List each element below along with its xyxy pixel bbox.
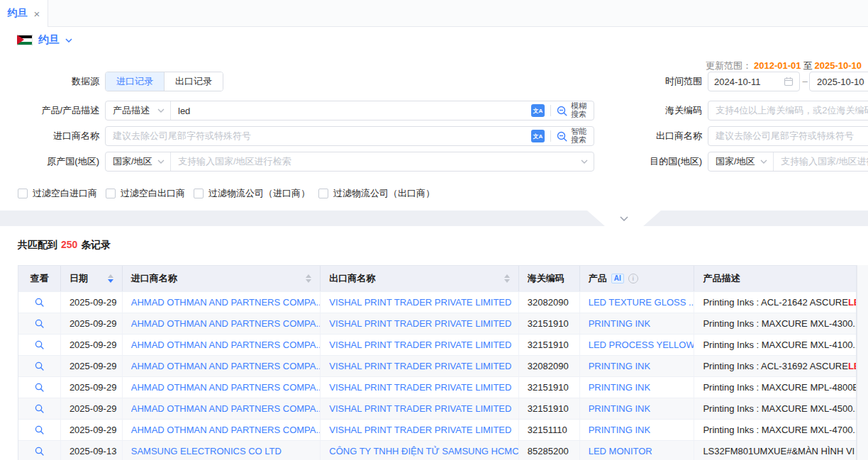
product-link[interactable]: LED PROCESS YELLOW...	[589, 340, 694, 350]
product-search-box: 产品描述 led 模糊搜索	[105, 101, 594, 120]
product-link[interactable]: PRINTING INK	[589, 425, 650, 435]
column-header-product: 产品 AI	[580, 266, 695, 291]
exporter-input[interactable]: 建议去除公司尾部字符或特殊符号	[708, 126, 868, 146]
hs-code-cell: 85285200	[519, 441, 580, 460]
product-link[interactable]: LED TEXTURE GLOSS ...	[589, 297, 694, 308]
date-cell: 2025-09-13	[61, 441, 123, 460]
column-header-date[interactable]: 日期	[61, 266, 123, 291]
exporter-link[interactable]: VISHAL PRINT TRADER PRIVATE LIMITED	[329, 361, 511, 371]
tab-title: 约旦	[8, 7, 28, 20]
sort-control[interactable]	[306, 274, 311, 283]
date-cell: 2025-09-29	[61, 398, 123, 419]
importer-cell: AHMAD OTHMAN AND PARTNERS COMPA...	[123, 292, 321, 313]
view-button[interactable]	[18, 313, 61, 334]
country-selector[interactable]: 约旦	[17, 33, 72, 47]
exporter-link[interactable]: VISHAL PRINT TRADER PRIVATE LIMITED	[329, 425, 511, 435]
product-link[interactable]: PRINTING INK	[589, 361, 650, 371]
date-cell: 2025-09-29	[61, 420, 123, 440]
table-row: 2025-09-29AHMAD OTHMAN AND PARTNERS COMP…	[18, 398, 856, 419]
column-header-exporter[interactable]: 出口商名称	[321, 266, 519, 291]
view-button[interactable]	[18, 335, 61, 355]
table-row: 2025-09-29AHMAD OTHMAN AND PARTNERS COMP…	[18, 291, 856, 313]
importer-cell: AHMAD OTHMAN AND PARTNERS COMPA...	[123, 398, 321, 419]
tab-import-records[interactable]: 进口记录	[106, 72, 164, 91]
dest-country-select[interactable]: 国家/地区	[708, 152, 774, 171]
origin-country-select[interactable]: 国家/地区	[106, 152, 171, 171]
exporter-cell: VISHAL PRINT TRADER PRIVATE LIMITED	[321, 398, 519, 419]
importer-link[interactable]: AHMAD OTHMAN AND PARTNERS COMPA...	[131, 382, 321, 393]
end-date-input[interactable]: 2025-10-10	[809, 72, 868, 91]
translate-icon[interactable]	[531, 130, 545, 142]
tab-jordan[interactable]: 约旦 ×	[0, 0, 48, 27]
table-row: 2025-09-29AHMAD OTHMAN AND PARTNERS COMP…	[18, 334, 856, 355]
checkbox-icon[interactable]	[106, 189, 116, 198]
vertical-scrollbar[interactable]	[857, 265, 868, 460]
magnifier-icon[interactable]	[34, 382, 45, 393]
view-button[interactable]	[18, 398, 61, 419]
start-date-input[interactable]: 2024-10-11	[708, 72, 800, 91]
checkbox-filter-blank-exporter[interactable]: 过滤空白出口商	[106, 187, 185, 200]
sort-control[interactable]	[108, 274, 113, 283]
importer-link[interactable]: AHMAD OTHMAN AND PARTNERS COMPA...	[131, 297, 321, 308]
exporter-link[interactable]: VISHAL PRINT TRADER PRIVATE LIMITED	[329, 403, 511, 414]
product-link[interactable]: LED MONITOR	[589, 446, 652, 456]
importer-input[interactable]: 建议去除公司尾部字符或特殊符号	[106, 130, 531, 142]
chevron-down-icon	[620, 216, 628, 221]
importer-link[interactable]: AHMAD OTHMAN AND PARTNERS COMPA...	[131, 361, 321, 371]
magnifier-icon[interactable]	[34, 425, 45, 435]
date-cell: 2025-09-29	[61, 335, 123, 355]
view-button[interactable]	[18, 441, 61, 460]
magnifier-icon[interactable]	[34, 297, 45, 308]
checkbox-icon[interactable]	[194, 189, 204, 198]
importer-link[interactable]: AHMAD OTHMAN AND PARTNERS COMPA...	[131, 318, 321, 329]
importer-link[interactable]: AHMAD OTHMAN AND PARTNERS COMPA...	[131, 403, 321, 414]
product-link[interactable]: PRINTING INK	[589, 403, 650, 414]
magnifier-icon[interactable]	[34, 318, 45, 329]
importer-link[interactable]: AHMAD OTHMAN AND PARTNERS COMPA...	[131, 425, 321, 435]
update-range-label: 更新范围：	[706, 60, 752, 71]
origin-country-input[interactable]: 支持输入国家/地区进行检索	[171, 155, 581, 168]
hs-code-input[interactable]: 支持4位以上海关编码，或2位海关编码加	[708, 101, 868, 120]
product-link[interactable]: PRINTING INK	[589, 382, 650, 393]
product-type-select[interactable]: 产品描述	[106, 101, 171, 120]
product-cell: LED MONITOR	[580, 441, 695, 460]
exporter-link[interactable]: VISHAL PRINT TRADER PRIVATE LIMITED	[329, 318, 511, 329]
checkbox-icon[interactable]	[318, 189, 328, 198]
exporter-cell: VISHAL PRINT TRADER PRIVATE LIMITED	[321, 377, 519, 398]
view-button[interactable]	[18, 292, 61, 313]
table-row: 2025-09-29AHMAD OTHMAN AND PARTNERS COMP…	[18, 376, 856, 398]
tab-export-records[interactable]: 出口记录	[164, 72, 223, 91]
sort-control[interactable]	[504, 274, 510, 283]
view-button[interactable]	[18, 377, 61, 398]
smart-search-button[interactable]: 智能搜索	[556, 128, 589, 144]
tab-close-icon[interactable]: ×	[34, 9, 40, 19]
exporter-link[interactable]: VISHAL PRINT TRADER PRIVATE LIMITED	[329, 340, 511, 350]
product-search-input[interactable]: led	[171, 106, 531, 116]
product-link[interactable]: PRINTING INK	[589, 318, 650, 329]
checkbox-filter-logistics-importer[interactable]: 过滤物流公司（进口商）	[194, 187, 310, 200]
checkbox-filter-blank-importer[interactable]: 过滤空白进口商	[18, 187, 97, 200]
view-button[interactable]	[18, 356, 61, 376]
column-header-importer[interactable]: 进口商名称	[123, 266, 321, 291]
importer-link[interactable]: AHMAD OTHMAN AND PARTNERS COMPA...	[131, 340, 321, 350]
calendar-icon	[784, 77, 794, 86]
magnifier-icon[interactable]	[34, 361, 45, 371]
divider	[550, 130, 551, 142]
translate-icon[interactable]	[531, 104, 545, 117]
importer-link[interactable]: SAMSUNG ELECTRONICS CO LTD	[131, 446, 282, 456]
magnifier-icon[interactable]	[34, 340, 45, 350]
checkbox-filter-logistics-exporter[interactable]: 过滤物流公司（出口商）	[318, 187, 435, 200]
description-cell: Printing Inks : MAXCURE MPL-4800E...	[694, 377, 856, 398]
exporter-link[interactable]: VISHAL PRINT TRADER PRIVATE LIMITED	[329, 297, 511, 308]
info-icon[interactable]	[628, 274, 638, 284]
dest-country-input[interactable]: 支持输入国家/地区进行检索	[774, 155, 868, 168]
checkbox-icon[interactable]	[18, 189, 28, 198]
time-range-label: 时间范围	[603, 72, 702, 91]
magnifier-icon[interactable]	[34, 403, 45, 414]
view-button[interactable]	[18, 420, 61, 440]
jordan-flag-icon	[17, 35, 33, 45]
magnifier-icon[interactable]	[34, 446, 45, 456]
fuzzy-search-button[interactable]: 模糊搜索	[556, 102, 589, 118]
exporter-link[interactable]: CÔNG TY TNHH ĐIỆN TỬ SAMSUNG HCMC...	[329, 446, 518, 456]
exporter-link[interactable]: VISHAL PRINT TRADER PRIVATE LIMITED	[329, 382, 511, 393]
